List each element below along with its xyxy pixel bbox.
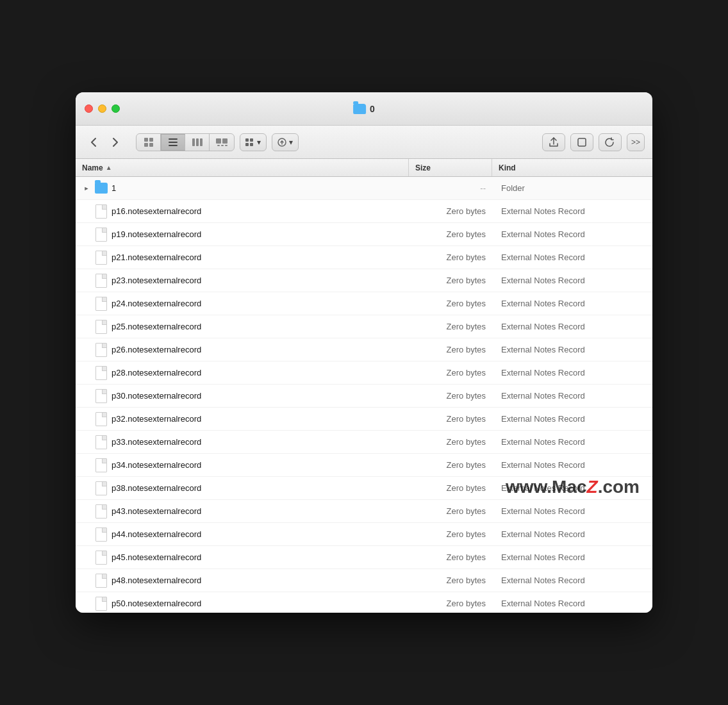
table-row[interactable]: p38.notesexternalrecordZero bytesExterna… — [76, 477, 652, 500]
file-name-cell: p38.notesexternalrecord — [76, 481, 409, 496]
tag-button[interactable] — [570, 133, 593, 151]
doc-icon — [95, 550, 108, 565]
close-button[interactable] — [85, 104, 93, 113]
doc-icon — [95, 411, 108, 427]
titlebar-folder-icon — [353, 104, 366, 114]
gallery-view-button[interactable] — [210, 134, 234, 151]
doc-icon — [95, 204, 108, 219]
forward-button[interactable] — [105, 133, 126, 151]
table-row[interactable]: p21.notesexternalrecordZero bytesExterna… — [76, 246, 652, 269]
file-name-cell: p28.notesexternalrecord — [76, 365, 409, 381]
file-size: Zero bytes — [409, 437, 492, 447]
titlebar-center: 0 — [353, 104, 375, 114]
back-button[interactable] — [83, 133, 104, 151]
file-name: p25.notesexternalrecord — [112, 322, 201, 331]
maximize-button[interactable] — [112, 104, 120, 113]
table-row[interactable]: p33.notesexternalrecordZero bytesExterna… — [76, 431, 652, 454]
doc-icon — [95, 458, 108, 473]
file-name: p34.notesexternalrecord — [112, 460, 201, 470]
svg-rect-3 — [149, 143, 153, 147]
file-list[interactable]: ►1--Folderp16.notesexternalrecordZero by… — [76, 177, 652, 613]
doc-icon — [95, 573, 108, 588]
disclosure-button[interactable]: ► — [82, 184, 91, 193]
doc-icon — [95, 481, 108, 496]
svg-rect-21 — [578, 138, 586, 146]
table-row[interactable]: ►1--Folder — [76, 177, 652, 200]
more-label: >> — [631, 138, 640, 147]
file-name: p32.notesexternalrecord — [112, 414, 201, 424]
doc-icon — [95, 435, 108, 450]
file-name: p43.notesexternalrecord — [112, 506, 201, 516]
doc-icon — [95, 319, 108, 335]
table-row[interactable]: p26.notesexternalrecordZero bytesExterna… — [76, 338, 652, 361]
icon-view-button[interactable] — [136, 134, 161, 151]
file-name-cell: p45.notesexternalrecord — [76, 550, 409, 565]
file-kind: External Notes Record — [492, 368, 652, 377]
table-row[interactable]: p32.notesexternalrecordZero bytesExterna… — [76, 408, 652, 431]
name-column-header[interactable]: Name ▲ — [76, 159, 409, 176]
file-name: p33.notesexternalrecord — [112, 437, 201, 447]
file-name: p38.notesexternalrecord — [112, 483, 201, 493]
finder-window: 0 — [76, 92, 652, 613]
table-row[interactable]: p28.notesexternalrecordZero bytesExterna… — [76, 361, 652, 385]
doc-icon — [95, 342, 108, 358]
svg-rect-0 — [144, 138, 148, 142]
svg-rect-10 — [216, 138, 221, 144]
file-kind: External Notes Record — [492, 576, 652, 585]
file-name-cell: p16.notesexternalrecord — [76, 204, 409, 219]
file-name-cell: p21.notesexternalrecord — [76, 250, 409, 265]
svg-rect-18 — [250, 143, 253, 146]
svg-rect-7 — [192, 138, 195, 146]
file-size: Zero bytes — [409, 552, 492, 562]
table-row[interactable]: p25.notesexternalrecordZero bytesExterna… — [76, 315, 652, 338]
table-row[interactable]: p24.notesexternalrecordZero bytesExterna… — [76, 292, 652, 315]
table-row[interactable]: p34.notesexternalrecordZero bytesExterna… — [76, 454, 652, 477]
doc-icon — [95, 388, 108, 404]
minimize-button[interactable] — [98, 104, 106, 113]
svg-rect-1 — [149, 138, 153, 142]
svg-rect-17 — [250, 138, 253, 142]
column-view-button[interactable] — [185, 134, 210, 151]
table-row[interactable]: p16.notesexternalrecordZero bytesExterna… — [76, 200, 652, 223]
kind-column-header[interactable]: Kind — [492, 159, 652, 176]
table-row[interactable]: p44.notesexternalrecordZero bytesExterna… — [76, 523, 652, 546]
table-row[interactable]: p43.notesexternalrecordZero bytesExterna… — [76, 500, 652, 523]
file-name: p45.notesexternalrecord — [112, 552, 201, 562]
file-name: p21.notesexternalrecord — [112, 253, 201, 262]
table-row[interactable]: p48.notesexternalrecordZero bytesExterna… — [76, 569, 652, 592]
file-name: p30.notesexternalrecord — [112, 391, 201, 401]
file-name: p16.notesexternalrecord — [112, 206, 201, 216]
file-kind: External Notes Record — [492, 253, 652, 262]
group-by-dropdown[interactable]: ▾ — [240, 133, 267, 151]
doc-icon — [95, 596, 108, 611]
toolbar: ▾ ▾ — [76, 126, 652, 159]
file-name: p23.notesexternalrecord — [112, 276, 201, 285]
file-size: Zero bytes — [409, 368, 492, 377]
table-row[interactable]: p45.notesexternalrecordZero bytesExterna… — [76, 546, 652, 569]
table-row[interactable]: p19.notesexternalrecordZero bytesExterna… — [76, 223, 652, 246]
refresh-button[interactable] — [599, 133, 622, 151]
file-kind: External Notes Record — [492, 206, 652, 216]
size-column-header[interactable]: Size — [409, 159, 492, 176]
file-name-cell: p43.notesexternalrecord — [76, 504, 409, 519]
doc-icon — [95, 273, 108, 288]
file-kind: External Notes Record — [492, 391, 652, 401]
list-view-button[interactable] — [161, 134, 185, 151]
file-name-cell: p25.notesexternalrecord — [76, 319, 409, 335]
table-row[interactable]: p50.notesexternalrecordZero bytesExterna… — [76, 592, 652, 613]
file-name-cell: p48.notesexternalrecord — [76, 573, 409, 588]
file-size: Zero bytes — [409, 345, 492, 354]
action-dropdown[interactable]: ▾ — [272, 133, 299, 151]
file-name-cell: p30.notesexternalrecord — [76, 388, 409, 404]
table-row[interactable]: p30.notesexternalrecordZero bytesExterna… — [76, 385, 652, 408]
file-size: Zero bytes — [409, 414, 492, 424]
group-arrow: ▾ — [257, 138, 261, 147]
file-size: Zero bytes — [409, 253, 492, 262]
sort-arrow: ▲ — [106, 164, 112, 171]
share-button[interactable] — [542, 133, 565, 151]
file-name: p44.notesexternalrecord — [112, 529, 201, 539]
nav-buttons — [83, 133, 126, 151]
more-button[interactable]: >> — [627, 133, 645, 151]
table-row[interactable]: p23.notesexternalrecordZero bytesExterna… — [76, 269, 652, 292]
file-name: 1 — [112, 183, 116, 193]
